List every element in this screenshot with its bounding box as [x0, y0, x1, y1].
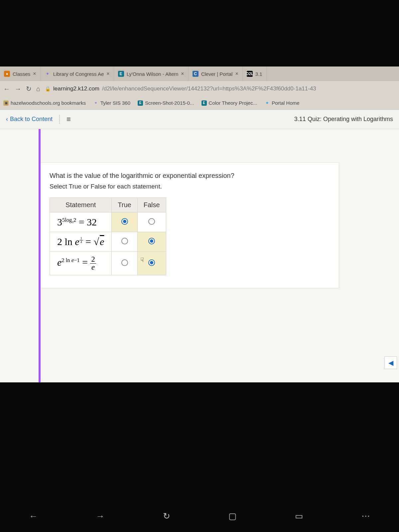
back-icon[interactable]: ←: [3, 85, 10, 93]
refresh-soft-icon[interactable]: ↻: [163, 511, 170, 521]
col-true: True: [112, 198, 137, 212]
tab-lyonna[interactable]: E Ly'Onna Wilson - Altern ×: [114, 66, 189, 81]
tab-library[interactable]: ✦ Library of Congress Ae ×: [41, 66, 114, 81]
forward-icon[interactable]: →: [15, 85, 21, 93]
bookmark-label: hazelwoodschools.org bookmarks: [11, 100, 86, 106]
pin-icon: ●: [4, 71, 10, 77]
bookmark-label: Screen-Shot-2015-0...: [145, 100, 194, 106]
radio-false[interactable]: [148, 218, 155, 225]
col-false: False: [137, 198, 166, 212]
favicon-icon: ✦: [45, 71, 51, 77]
menu-icon[interactable]: ≡: [66, 115, 71, 124]
bookmark-label: Color Theory Projec...: [209, 100, 257, 106]
tab-classes[interactable]: ● Classes ×: [0, 66, 41, 81]
bookmark-label: Tyler SIS 360: [100, 100, 130, 106]
statement-cell: e2 ln e−1 = 2e: [50, 252, 112, 275]
tab-strip: ● Classes × ✦ Library of Congress Ae × E…: [0, 66, 399, 81]
divider: [59, 115, 60, 124]
table-row: 2 ln e14 = √e: [50, 232, 166, 252]
false-cell: [137, 212, 166, 232]
table-header-row: Statement True False: [50, 198, 166, 212]
folder-icon: ▣: [3, 100, 9, 106]
more-soft-icon[interactable]: ⋯: [361, 511, 370, 521]
tab-label: Library of Congress Ae: [53, 71, 104, 77]
browser-toolbar: ← → ↻ ⌂ 🔒 learning2.k12.com/d2l/le/enhan…: [0, 81, 399, 96]
false-cell: [137, 232, 166, 252]
bookmark-item[interactable]: E Screen-Shot-2015-0...: [138, 100, 194, 106]
radio-true[interactable]: [121, 218, 128, 225]
statements-table: Statement True False 35log32 = 32: [50, 198, 166, 275]
url-path: /d2l/le/enhancedSequenceViewer/1442132?u…: [102, 85, 316, 92]
favicon-icon: D2L: [247, 71, 253, 77]
pointer-cursor-icon: ☟: [140, 256, 144, 264]
tab-label: Classes: [13, 71, 30, 77]
close-icon[interactable]: ×: [106, 71, 109, 77]
radio-false[interactable]: [148, 238, 155, 244]
true-cell: [112, 232, 137, 252]
false-cell: ☟: [137, 252, 166, 275]
favicon-icon: C: [193, 71, 199, 77]
bookmarks-bar: ▣ hazelwoodschools.org bookmarks ✦ Tyler…: [0, 96, 399, 110]
favicon-icon: ✦: [93, 100, 98, 106]
tab-d2l[interactable]: D2L 3.1: [243, 66, 267, 81]
col-statement: Statement: [50, 198, 112, 212]
radio-true[interactable]: [121, 238, 128, 244]
page-title: 3.11 Quiz: Operating with Logarithms: [294, 116, 393, 123]
table-row: e2 ln e−1 = 2e ☟: [50, 252, 166, 275]
true-cell: [112, 252, 137, 275]
question-prompt: What is the value of the logarithmic or …: [50, 172, 330, 180]
favicon-icon: ❖: [264, 100, 270, 106]
address-bar[interactable]: 🔒 learning2.k12.com/d2l/le/enhancedSeque…: [45, 85, 396, 92]
tabs-soft-icon[interactable]: ▢: [228, 511, 237, 521]
favicon-icon: E: [118, 71, 124, 77]
tab-label: Clever | Portal: [201, 71, 233, 77]
bookmark-item[interactable]: ❖ Portal Home: [264, 100, 299, 106]
statement-cell: 35log32 = 32: [50, 212, 112, 232]
radio-true[interactable]: [121, 259, 128, 266]
content-header: ‹ Back to Content ≡ 3.11 Quiz: Operating…: [0, 110, 399, 129]
tab-label: Ly'Onna Wilson - Altern: [127, 71, 179, 77]
chevron-left-icon: ‹: [6, 116, 8, 123]
table-row: 35log32 = 32: [50, 212, 166, 232]
bookmark-item[interactable]: ✦ Tyler SIS 360: [93, 100, 130, 106]
url-domain: learning2.k12.com: [53, 85, 99, 92]
tab-clever[interactable]: C Clever | Portal ×: [189, 66, 243, 81]
scroll-indicator: [39, 129, 41, 382]
browser-window: ● Classes × ✦ Library of Congress Ae × E…: [0, 66, 399, 382]
question-instruction: Select True or False for each statement.: [50, 183, 330, 190]
back-to-content-link[interactable]: ‹ Back to Content: [6, 116, 53, 123]
statement-cell: 2 ln e14 = √e: [50, 232, 112, 252]
back-soft-icon[interactable]: ←: [29, 511, 38, 521]
bookmark-item[interactable]: E Color Theory Projec...: [201, 100, 257, 106]
page-body: What is the value of the logarithmic or …: [0, 129, 399, 382]
close-icon[interactable]: ×: [181, 71, 184, 77]
prev-arrow-button[interactable]: ◀: [384, 356, 397, 369]
true-cell: [112, 212, 137, 232]
bookmark-label: Portal Home: [272, 100, 299, 106]
tabs-count-icon[interactable]: ▭: [295, 511, 303, 521]
forward-soft-icon[interactable]: →: [96, 511, 105, 521]
reload-icon[interactable]: ↻: [26, 85, 32, 93]
radio-false[interactable]: [148, 259, 155, 266]
favicon-icon: E: [201, 100, 207, 106]
close-icon[interactable]: ×: [235, 71, 238, 77]
bookmark-folder[interactable]: ▣ hazelwoodschools.org bookmarks: [3, 100, 86, 106]
quiz-card: What is the value of the logarithmic or …: [40, 162, 339, 288]
close-icon[interactable]: ×: [33, 71, 36, 77]
device-nav-bar: ← → ↻ ▢ ▭ ⋯: [0, 506, 399, 526]
lock-icon: 🔒: [45, 86, 51, 91]
favicon-icon: E: [138, 100, 143, 106]
back-label: Back to Content: [10, 116, 53, 123]
tab-label: 3.1: [255, 71, 262, 77]
home-icon[interactable]: ⌂: [36, 85, 40, 93]
